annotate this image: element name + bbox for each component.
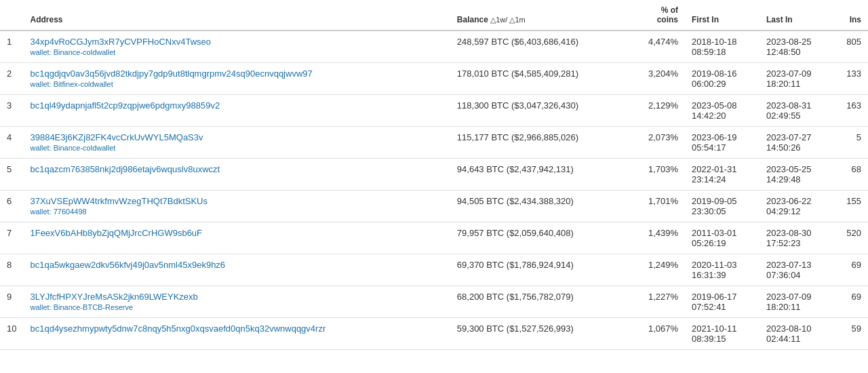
- row-ins: 520: [834, 222, 868, 254]
- row-pct: 2,129%: [637, 95, 685, 127]
- row-num: 9: [0, 286, 23, 318]
- row-first-in: 2018-10-1808:59:18: [685, 31, 760, 63]
- address-link[interactable]: 3LYJfcfHPXYJreMsASk2jkn69LWEYKzexb: [30, 292, 443, 302]
- row-address-cell: 39884E3j6KZj82FK4vcCrkUvWYL5MQaS3vwallet…: [23, 127, 450, 159]
- row-balance: 115,177 BTC ($2,966,885,026): [450, 127, 637, 159]
- table-row: 2bc1qgdjqv0av3q56jvd82tkdjpy7gdp9ut8tlqm…: [0, 63, 868, 95]
- row-ins: 805: [834, 31, 868, 63]
- row-num: 10: [0, 318, 23, 350]
- row-pct: 1,067%: [637, 318, 685, 350]
- row-balance: 94,505 BTC ($2,434,388,320): [450, 191, 637, 222]
- row-address-cell: bc1qa5wkgaew2dkv56kfvj49j0av5nml45x9ek9h…: [23, 254, 450, 286]
- row-address-cell: 34xp4vRoCGJym3xR7yCVPFHoCNxv4Twseowallet…: [23, 31, 450, 63]
- address-link[interactable]: 37XuVSEpWW4trkfmvWzegTHQt7BdktSKUs: [30, 196, 443, 206]
- row-last-in: 2023-07-0918:20:11: [760, 63, 834, 95]
- row-ins: 155: [834, 191, 868, 222]
- row-num: 5: [0, 159, 23, 191]
- row-ins: 5: [834, 127, 868, 159]
- row-last-in: 2023-07-0918:20:11: [760, 286, 834, 318]
- wallet-label[interactable]: wallet: Binance-coldwallet: [30, 144, 443, 152]
- table-row: 10bc1qd4ysezhmypwty5dnw7c8nqy5h5nxg0xqsv…: [0, 318, 868, 350]
- address-link[interactable]: 1FeexV6bAHb8ybZjqQMjJrcCrHGW9sb6uF: [30, 228, 443, 238]
- row-balance: 248,597 BTC ($6,403,686,416): [450, 31, 637, 63]
- row-balance: 94,643 BTC ($2,437,942,131): [450, 159, 637, 191]
- row-last-in: 2023-07-2714:50:26: [760, 127, 834, 159]
- wallet-label[interactable]: wallet: Binance-BTCB-Reserve: [30, 303, 443, 311]
- col-header-first-in: First In: [685, 0, 760, 31]
- address-link[interactable]: 34xp4vRoCGJym3xR7yCVPFHoCNxv4Twseo: [30, 37, 443, 47]
- row-address-cell: bc1qazcm763858nkj2dj986etajv6wquslv8uxwc…: [23, 159, 450, 191]
- col-header-balance: Balance △1w/ △1m: [450, 0, 637, 31]
- row-first-in: 2022-01-3123:14:24: [685, 159, 760, 191]
- table-row: 3bc1ql49ydapnjafl5t2cp9zqpjwe6pdgmxy9885…: [0, 95, 868, 127]
- table-row: 8bc1qa5wkgaew2dkv56kfvj49j0av5nml45x9ek9…: [0, 254, 868, 286]
- row-pct: 1,249%: [637, 254, 685, 286]
- pct-of-label: % of: [644, 5, 678, 15]
- row-address-cell: 1FeexV6bAHb8ybZjqQMjJrcCrHGW9sb6uF: [23, 222, 450, 254]
- col-header-address: Address: [23, 0, 450, 31]
- table-row: 5bc1qazcm763858nkj2dj986etajv6wquslv8uxw…: [0, 159, 868, 191]
- row-num: 8: [0, 254, 23, 286]
- address-link[interactable]: bc1qgdjqv0av3q56jvd82tkdjpy7gdp9ut8tlqmg…: [30, 68, 443, 79]
- table-row: 637XuVSEpWW4trkfmvWzegTHQt7BdktSKUswalle…: [0, 191, 868, 222]
- row-pct: 1,701%: [637, 191, 685, 222]
- row-pct: 4,474%: [637, 31, 685, 63]
- col-header-ins: Ins: [834, 0, 868, 31]
- row-first-in: 2023-05-0814:42:20: [685, 95, 760, 127]
- col-header-pct: % of coins: [637, 0, 685, 31]
- row-num: 3: [0, 95, 23, 127]
- table-row: 439884E3j6KZj82FK4vcCrkUvWYL5MQaS3vwalle…: [0, 127, 868, 159]
- row-first-in: 2023-06-1905:54:17: [685, 127, 760, 159]
- row-address-cell: 37XuVSEpWW4trkfmvWzegTHQt7BdktSKUswallet…: [23, 191, 450, 222]
- row-last-in: 2023-06-2204:29:12: [760, 191, 834, 222]
- wallet-label[interactable]: wallet: Bitfinex-coldwallet: [30, 80, 443, 88]
- row-first-in: 2019-09-0523:30:05: [685, 191, 760, 222]
- row-first-in: 2019-06-1707:52:41: [685, 286, 760, 318]
- row-first-in: 2020-11-0316:31:39: [685, 254, 760, 286]
- address-link[interactable]: bc1qd4ysezhmypwty5dnw7c8nqy5h5nxg0xqsvae…: [30, 323, 443, 334]
- row-balance: 68,200 BTC ($1,756,782,079): [450, 286, 637, 318]
- row-num: 4: [0, 127, 23, 159]
- row-ins: 68: [834, 159, 868, 191]
- table-row: 134xp4vRoCGJym3xR7yCVPFHoCNxv4Twseowalle…: [0, 31, 868, 63]
- row-balance: 59,300 BTC ($1,527,526,993): [450, 318, 637, 350]
- address-link[interactable]: bc1ql49ydapnjafl5t2cp9zqpjwe6pdgmxy98859…: [30, 100, 443, 111]
- coins-label: coins: [644, 15, 678, 24]
- row-last-in: 2023-07-1307:36:04: [760, 254, 834, 286]
- row-first-in: 2019-08-1606:00:29: [685, 63, 760, 95]
- col-header-last-in: Last In: [760, 0, 834, 31]
- row-pct: 1,439%: [637, 222, 685, 254]
- row-last-in: 2023-05-2514:29:48: [760, 159, 834, 191]
- col-header-num: [0, 0, 23, 31]
- address-link[interactable]: bc1qa5wkgaew2dkv56kfvj49j0av5nml45x9ek9h…: [30, 260, 443, 270]
- row-ins: 163: [834, 95, 868, 127]
- balance-sub-label: △1w/ △1m: [490, 16, 525, 24]
- row-balance: 178,010 BTC ($4,585,409,281): [450, 63, 637, 95]
- row-pct: 1,703%: [637, 159, 685, 191]
- row-num: 6: [0, 191, 23, 222]
- row-last-in: 2023-08-3017:52:23: [760, 222, 834, 254]
- row-pct: 2,073%: [637, 127, 685, 159]
- row-address-cell: bc1qd4ysezhmypwty5dnw7c8nqy5h5nxg0xqsvae…: [23, 318, 450, 350]
- balance-label: Balance: [457, 15, 488, 24]
- row-pct: 3,204%: [637, 63, 685, 95]
- row-balance: 118,300 BTC ($3,047,326,430): [450, 95, 637, 127]
- address-link[interactable]: 39884E3j6KZj82FK4vcCrkUvWYL5MQaS3v: [30, 132, 443, 142]
- wallet-label[interactable]: wallet: Binance-coldwallet: [30, 48, 443, 56]
- address-link[interactable]: bc1qazcm763858nkj2dj986etajv6wquslv8uxwc…: [30, 164, 443, 174]
- row-first-in: 2021-10-1108:39:15: [685, 318, 760, 350]
- row-balance: 69,370 BTC ($1,786,924,914): [450, 254, 637, 286]
- row-num: 2: [0, 63, 23, 95]
- row-address-cell: 3LYJfcfHPXYJreMsASk2jkn69LWEYKzexbwallet…: [23, 286, 450, 318]
- row-ins: 133: [834, 63, 868, 95]
- row-address-cell: bc1ql49ydapnjafl5t2cp9zqpjwe6pdgmxy98859…: [23, 95, 450, 127]
- row-last-in: 2023-08-2512:48:50: [760, 31, 834, 63]
- row-last-in: 2023-08-3102:49:55: [760, 95, 834, 127]
- row-ins: 59: [834, 318, 868, 350]
- row-address-cell: bc1qgdjqv0av3q56jvd82tkdjpy7gdp9ut8tlqmg…: [23, 63, 450, 95]
- wallet-label[interactable]: wallet: 77604498: [30, 208, 443, 216]
- row-last-in: 2023-08-1002:44:11: [760, 318, 834, 350]
- row-first-in: 2011-03-0105:26:19: [685, 222, 760, 254]
- row-pct: 1,227%: [637, 286, 685, 318]
- row-ins: 69: [834, 254, 868, 286]
